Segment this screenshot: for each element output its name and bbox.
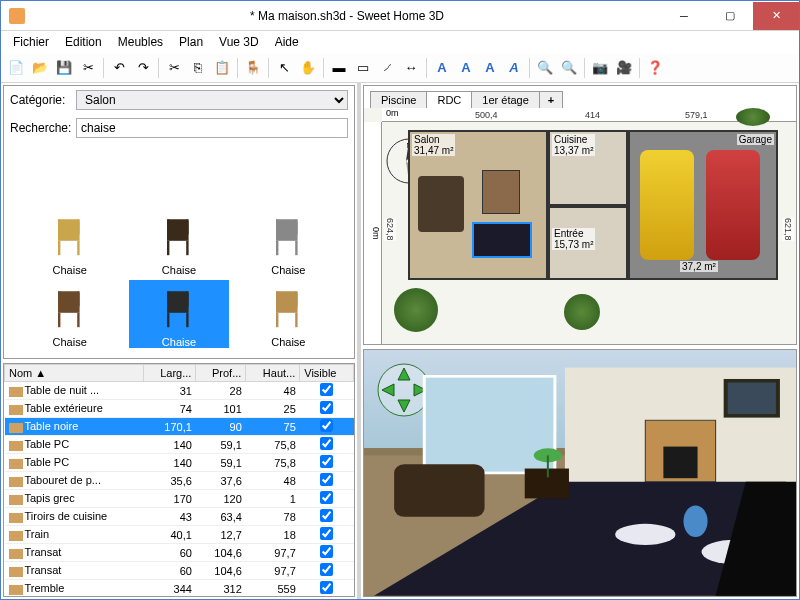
visible-checkbox[interactable]: [320, 383, 333, 396]
view3d-panel[interactable]: [363, 349, 797, 597]
text-bold-icon[interactable]: A: [479, 57, 501, 79]
text-a2-icon[interactable]: A: [455, 57, 477, 79]
column-header[interactable]: Haut...: [246, 365, 300, 382]
catalog-item[interactable]: Chaise: [20, 280, 119, 348]
catalog-item[interactable]: Chaise: [239, 208, 338, 276]
furniture-row-icon: [9, 423, 23, 433]
catalog-item[interactable]: Chaise: [20, 352, 119, 358]
menu-meubles[interactable]: Meubles: [110, 33, 171, 51]
minimize-button[interactable]: ─: [661, 2, 707, 30]
cut-icon[interactable]: ✂: [163, 57, 185, 79]
plate-icon: [615, 524, 675, 545]
furniture-row-icon: [9, 531, 23, 541]
catalog-item[interactable]: Chaise: [129, 280, 228, 348]
svg-rect-7: [167, 236, 189, 241]
sofa-icon: [418, 176, 464, 232]
video-icon[interactable]: 🎥: [613, 57, 635, 79]
visible-checkbox[interactable]: [320, 509, 333, 522]
visible-checkbox[interactable]: [320, 545, 333, 558]
help-icon[interactable]: ❓: [644, 57, 666, 79]
open-icon[interactable]: 📂: [29, 57, 51, 79]
table-row[interactable]: Tremble344312559: [5, 580, 354, 598]
table-row[interactable]: Table PC14059,175,8: [5, 436, 354, 454]
column-header[interactable]: Larg...: [144, 365, 196, 382]
polyline-icon[interactable]: ⟋: [376, 57, 398, 79]
redo-icon[interactable]: ↷: [132, 57, 154, 79]
undo-icon[interactable]: ↶: [108, 57, 130, 79]
room-cuisine[interactable]: Cuisine13,37 m²: [548, 130, 628, 206]
table-row[interactable]: Table de nuit ...312848: [5, 382, 354, 400]
table-row[interactable]: Table noire170,19075: [5, 418, 354, 436]
copy-icon[interactable]: ⎘: [187, 57, 209, 79]
visible-checkbox[interactable]: [320, 527, 333, 540]
furniture-row-icon: [9, 567, 23, 577]
table-row[interactable]: Transat60104,697,7: [5, 544, 354, 562]
new-icon[interactable]: 📄: [5, 57, 27, 79]
category-label: Catégorie:: [10, 93, 72, 107]
text-italic-icon[interactable]: A: [503, 57, 525, 79]
furniture-row-icon: [9, 477, 23, 487]
pan-icon[interactable]: ✋: [297, 57, 319, 79]
room-salon[interactable]: Salon31,47 m²: [408, 130, 548, 280]
table-row[interactable]: Table PC14059,175,8: [5, 454, 354, 472]
catalog-item-label: Chaise: [53, 264, 87, 276]
plan-tab[interactable]: Piscine: [370, 91, 427, 108]
table-row[interactable]: Tapis grec1701201: [5, 490, 354, 508]
add-furniture-icon[interactable]: 🪑: [242, 57, 264, 79]
table-row[interactable]: Train40,112,718: [5, 526, 354, 544]
catalog-item[interactable]: Chaise: [129, 208, 228, 276]
svg-rect-30: [276, 291, 298, 308]
table-row[interactable]: Tabouret de p...35,637,648: [5, 472, 354, 490]
catalog-item[interactable]: Chaise: [239, 280, 338, 348]
titlebar: * Ma maison.sh3d - Sweet Home 3D ─ ▢ ✕: [1, 1, 799, 31]
visible-checkbox[interactable]: [320, 581, 333, 594]
visible-checkbox[interactable]: [320, 419, 333, 432]
plan-tab[interactable]: 1er étage: [471, 91, 539, 108]
menu-fichier[interactable]: Fichier: [5, 33, 57, 51]
plan-canvas[interactable]: 0m 0m N 500,4 414 579,1 624,8 621,8 Salo…: [364, 108, 796, 344]
room-icon[interactable]: ▭: [352, 57, 374, 79]
visible-checkbox[interactable]: [320, 491, 333, 504]
table-row[interactable]: Table extérieure7410125: [5, 400, 354, 418]
table-row[interactable]: Tiroirs de cuisine4363,478: [5, 508, 354, 526]
camera-icon[interactable]: 📷: [589, 57, 611, 79]
catalog-item[interactable]: Chaise: [129, 352, 228, 358]
catalog-item[interactable]: Chaise: [239, 352, 338, 358]
save-icon[interactable]: 💾: [53, 57, 75, 79]
maximize-button[interactable]: ▢: [707, 2, 753, 30]
visible-checkbox[interactable]: [320, 455, 333, 468]
select-icon[interactable]: ↖: [273, 57, 295, 79]
visible-checkbox[interactable]: [320, 437, 333, 450]
table-selected-icon[interactable]: [472, 222, 532, 258]
search-input[interactable]: [76, 118, 348, 138]
column-header[interactable]: Nom ▲: [5, 365, 144, 382]
menu-edition[interactable]: Edition: [57, 33, 110, 51]
room-garage[interactable]: Garage 37,2 m²: [628, 130, 778, 280]
menu-vue3d[interactable]: Vue 3D: [211, 33, 267, 51]
menu-plan[interactable]: Plan: [171, 33, 211, 51]
room-entree[interactable]: Entrée15,73 m²: [548, 206, 628, 280]
catalog-item[interactable]: Chaise: [20, 208, 119, 276]
dimension-icon[interactable]: ↔: [400, 57, 422, 79]
paste-icon[interactable]: 📋: [211, 57, 233, 79]
text-a1-icon[interactable]: A: [431, 57, 453, 79]
svg-rect-12: [276, 219, 298, 236]
column-header[interactable]: Prof...: [196, 365, 246, 382]
visible-checkbox[interactable]: [320, 401, 333, 414]
catalog-item-label: Chaise: [53, 336, 87, 348]
category-select[interactable]: Salon: [76, 90, 348, 110]
prefs-icon[interactable]: ✂: [77, 57, 99, 79]
table-row[interactable]: Transat60104,697,7: [5, 562, 354, 580]
column-header[interactable]: Visible: [300, 365, 354, 382]
add-tab-button[interactable]: +: [539, 91, 563, 108]
plan-tab[interactable]: RDC: [426, 91, 472, 108]
wall-icon[interactable]: ▬: [328, 57, 350, 79]
zoom-out-icon[interactable]: 🔍: [558, 57, 580, 79]
visible-checkbox[interactable]: [320, 563, 333, 576]
dim-label: 579,1: [684, 110, 709, 120]
zoom-in-icon[interactable]: 🔍: [534, 57, 556, 79]
visible-checkbox[interactable]: [320, 473, 333, 486]
close-button[interactable]: ✕: [753, 2, 799, 30]
glass-icon: [683, 506, 707, 538]
menu-aide[interactable]: Aide: [267, 33, 307, 51]
